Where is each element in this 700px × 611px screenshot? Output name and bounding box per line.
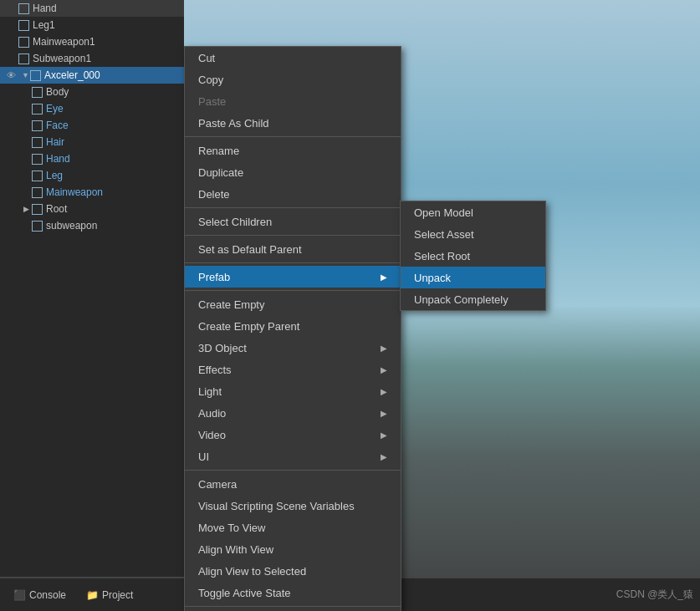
- menu-item-set-default-parent[interactable]: Set as Default Parent: [185, 238, 401, 260]
- menu-item-select-children[interactable]: Select Children: [185, 211, 401, 232]
- hierarchy-item[interactable]: Hand: [0, 150, 184, 167]
- submenu-item-label: Select Asset: [414, 228, 474, 241]
- hierarchy-panel: Hand Leg1 Mainweapon1 Subweapon1 👁 ▼ Axc…: [0, 0, 184, 577]
- cube-icon: [18, 37, 29, 48]
- eye-icon: 👁: [7, 70, 16, 80]
- menu-separator: [185, 235, 401, 236]
- item-label: Leg1: [33, 19, 55, 31]
- hierarchy-item[interactable]: 👁 ▼ Axceler_000: [0, 67, 184, 84]
- menu-item-duplicate[interactable]: Duplicate: [185, 161, 401, 183]
- submenu-item-label: Unpack: [414, 272, 451, 284]
- hierarchy-item[interactable]: Leg1: [0, 17, 184, 33]
- menu-item-label: Video: [198, 429, 226, 441]
- menu-item-label: Create Empty: [198, 298, 264, 311]
- submenu-item-unpack[interactable]: Unpack: [401, 267, 545, 288]
- menu-item-label: Move To View: [198, 522, 265, 534]
- expand-arrow: ▼: [22, 71, 30, 79]
- menu-item-label: Align With View: [198, 543, 273, 556]
- menu-item-3d-object[interactable]: 3D Object▶: [185, 337, 401, 359]
- expand-arrow: ▶: [23, 205, 32, 213]
- menu-item-audio[interactable]: Audio▶: [185, 402, 401, 424]
- submenu-arrow: ▶: [381, 452, 387, 461]
- cube-icon: [32, 204, 43, 215]
- menu-separator: [185, 136, 401, 137]
- menu-item-camera[interactable]: Camera: [185, 473, 401, 495]
- menu-item-delete[interactable]: Delete: [185, 183, 401, 205]
- menu-item-label: UI: [198, 451, 209, 463]
- item-label: Leg: [46, 170, 63, 181]
- menu-item-label: Prefab: [198, 271, 230, 283]
- cube-icon: [30, 70, 41, 81]
- submenu-item-unpack-completely[interactable]: Unpack Completely: [401, 288, 545, 310]
- menu-item-label: Effects: [198, 364, 232, 376]
- submenu-arrow: ▶: [381, 409, 387, 418]
- hierarchy-item[interactable]: Hand: [0, 0, 184, 17]
- menu-item-create-empty-parent[interactable]: Create Empty Parent: [185, 315, 401, 337]
- menu-item-label: Cut: [198, 52, 215, 64]
- item-label: Hair: [46, 136, 64, 148]
- project-label: Project: [102, 589, 133, 601]
- menu-item-toggle-active-state[interactable]: Toggle Active State: [185, 582, 401, 603]
- menu-separator: [185, 470, 401, 471]
- submenu-item-open-model[interactable]: Open Model: [401, 201, 545, 223]
- hierarchy-item[interactable]: Body: [0, 84, 184, 100]
- hierarchy-item[interactable]: Leg: [0, 167, 184, 184]
- menu-item-label: Rename: [198, 145, 239, 157]
- submenu-item-label: Unpack Completely: [414, 293, 508, 306]
- menu-item-label: Select Children: [198, 216, 272, 228]
- cube-icon: [32, 104, 43, 115]
- item-label: Axceler_000: [44, 69, 100, 81]
- menu-separator: [185, 606, 401, 607]
- item-label: Face: [46, 120, 69, 131]
- project-tab[interactable]: 📁 Project: [79, 586, 140, 604]
- cube-icon: [32, 87, 43, 98]
- menu-item-move-to-view[interactable]: Move To View: [185, 517, 401, 538]
- hierarchy-item[interactable]: Hair: [0, 134, 184, 150]
- hierarchy-item[interactable]: ▶ Root: [0, 201, 184, 217]
- submenu-item-select-root[interactable]: Select Root: [401, 245, 545, 267]
- submenu-arrow: ▶: [381, 365, 387, 374]
- cube-icon: [32, 171, 43, 181]
- submenu-arrow: ▶: [381, 272, 387, 282]
- menu-separator: [185, 207, 401, 208]
- item-label: Mainweapon1: [33, 36, 95, 48]
- cube-icon: [32, 120, 43, 131]
- menu-item-label: Create Empty Parent: [198, 320, 299, 333]
- item-label: Body: [46, 86, 69, 98]
- menu-item-label: Duplicate: [198, 166, 243, 179]
- hierarchy-item[interactable]: Subweapon1: [0, 50, 184, 67]
- hierarchy-item[interactable]: Eye: [0, 100, 184, 117]
- menu-item-prefab[interactable]: Prefab▶: [185, 266, 401, 288]
- console-icon: ⬛: [13, 589, 26, 601]
- cube-icon: [32, 154, 43, 165]
- menu-item-video[interactable]: Video▶: [185, 424, 401, 446]
- hierarchy-item[interactable]: Mainweapon: [0, 184, 184, 201]
- menu-item-label: Paste: [198, 95, 226, 108]
- menu-item-copy[interactable]: Copy: [185, 69, 401, 90]
- hierarchy-item[interactable]: Mainweapon1: [0, 33, 184, 50]
- menu-item-label: Light: [198, 385, 222, 398]
- menu-item-paste-as-child[interactable]: Paste As Child: [185, 112, 401, 134]
- menu-item-ui[interactable]: UI▶: [185, 446, 401, 467]
- menu-item-label: Delete: [198, 188, 230, 201]
- console-tab[interactable]: ⬛ Console: [7, 586, 73, 604]
- menu-item-cut[interactable]: Cut: [185, 47, 401, 69]
- prefab-submenu: Open ModelSelect AssetSelect RootUnpackU…: [400, 201, 546, 311]
- menu-item-rename[interactable]: Rename: [185, 140, 401, 161]
- console-label: Console: [29, 589, 66, 601]
- hierarchy-item[interactable]: Face: [0, 117, 184, 134]
- menu-item-align-with-view[interactable]: Align With View: [185, 538, 401, 560]
- cube-icon: [32, 137, 43, 148]
- menu-item-effects[interactable]: Effects▶: [185, 359, 401, 380]
- cube-icon: [18, 3, 29, 14]
- submenu-item-select-asset[interactable]: Select Asset: [401, 223, 545, 245]
- hierarchy-item[interactable]: subweapon: [0, 217, 184, 234]
- menu-item-light[interactable]: Light▶: [185, 380, 401, 402]
- menu-item-create-empty[interactable]: Create Empty: [185, 293, 401, 315]
- menu-item-visual-scripting[interactable]: Visual Scripting Scene Variables: [185, 495, 401, 517]
- menu-item-label: Toggle Active State: [198, 587, 291, 599]
- menu-item-align-view-to-selected[interactable]: Align View to Selected: [185, 560, 401, 582]
- menu-item-paste: Paste: [185, 90, 401, 112]
- menu-item-label: Paste As Child: [198, 117, 269, 130]
- cube-icon: [32, 221, 43, 232]
